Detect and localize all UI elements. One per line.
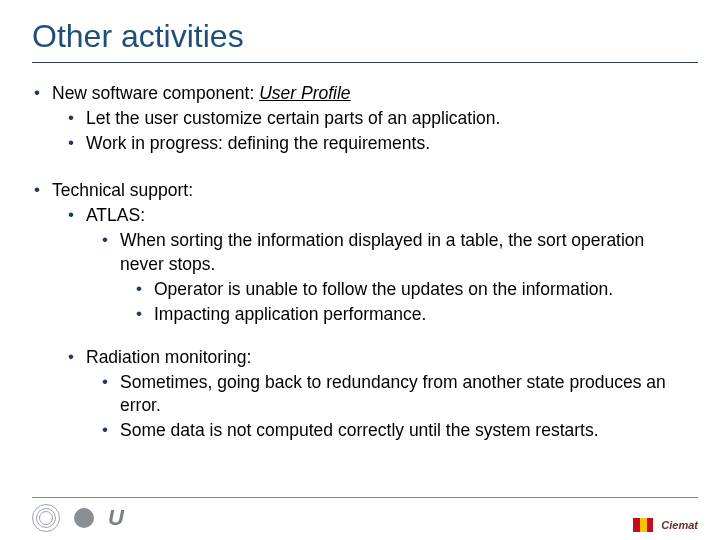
bullet-level1: New software component: User Profile Let… xyxy=(34,82,692,155)
ciemat-logo-text: Ciemat xyxy=(661,519,698,531)
footer-rule xyxy=(32,497,698,498)
slide-body: New software component: User Profile Let… xyxy=(34,82,692,446)
bullet-level4: Operator is unable to follow the updates… xyxy=(136,278,692,301)
cern-logo-icon xyxy=(32,504,60,532)
bullet-level3: When sorting the information displayed i… xyxy=(102,229,692,325)
bullet-emph: User Profile xyxy=(259,83,350,103)
bullet-level2: ATLAS: When sorting the information disp… xyxy=(68,204,692,325)
u-logo-icon: U xyxy=(108,505,123,531)
title-underline xyxy=(32,62,698,63)
bullet-level1: Technical support: ATLAS: When sorting t… xyxy=(34,179,692,442)
slide: Other activities New software component:… xyxy=(0,0,720,540)
bullet-level2: Radiation monitoring: Sometimes, going b… xyxy=(68,346,692,442)
bullet-level2: Work in progress: defining the requireme… xyxy=(68,132,692,155)
circle-badge-icon xyxy=(74,508,94,528)
bullet-level3: Some data is not computed correctly unti… xyxy=(102,419,692,442)
bullet-level4: Impacting application performance. xyxy=(136,303,692,326)
slide-title: Other activities xyxy=(32,18,244,55)
footer-logos-right: Ciemat xyxy=(633,518,698,532)
footer-logos-left: U xyxy=(32,504,123,532)
bullet-text: New software component: xyxy=(52,83,259,103)
bullet-level3: Sometimes, going back to redundancy from… xyxy=(102,371,692,417)
bullet-level2: Let the user customize certain parts of … xyxy=(68,107,692,130)
spain-flag-icon xyxy=(633,518,653,532)
